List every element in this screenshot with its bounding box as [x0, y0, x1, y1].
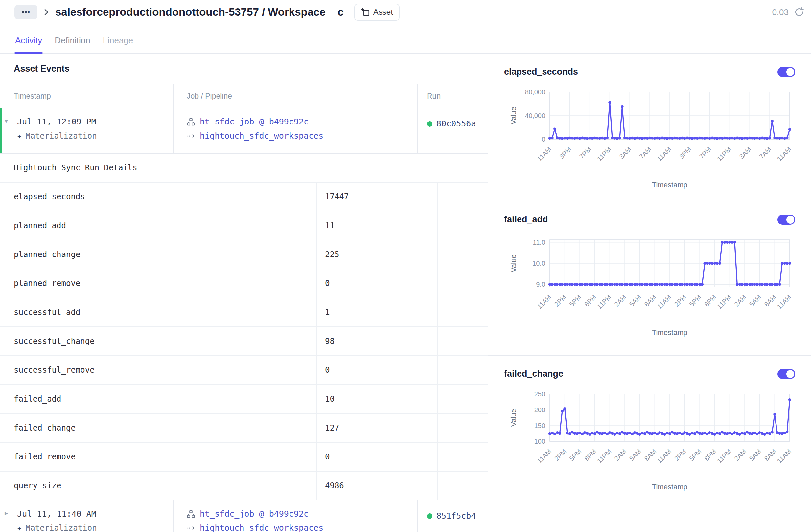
detail-row: elapsed_seconds17447: [0, 183, 488, 212]
detail-empty-cell: [437, 443, 488, 471]
run-link[interactable]: 851f5cb4: [437, 511, 476, 521]
detail-value: 0: [317, 269, 437, 298]
detail-row: failed_add10: [0, 385, 488, 414]
svg-text:3AM: 3AM: [618, 145, 633, 160]
svg-text:Value: Value: [509, 107, 518, 125]
svg-text:5AM: 5AM: [748, 448, 763, 463]
refresh-timer: 0:03: [772, 7, 789, 17]
detail-empty-cell: [437, 298, 488, 326]
svg-text:250: 250: [534, 390, 545, 398]
job-link[interactable]: ht_sfdc_job @ b499c92c: [200, 509, 309, 519]
detail-key: planned_remove: [0, 269, 317, 298]
tab-activity[interactable]: Activity: [14, 35, 43, 53]
svg-text:2PM: 2PM: [553, 293, 568, 308]
svg-text:8PM: 8PM: [583, 293, 598, 308]
detail-row: successful_remove0: [0, 356, 488, 385]
svg-text:Timestamp: Timestamp: [652, 181, 687, 189]
refresh-icon[interactable]: [794, 7, 805, 17]
detail-empty-cell: [437, 472, 488, 500]
chart-toggle[interactable]: [778, 369, 795, 379]
run-link[interactable]: 80c0556a: [437, 119, 476, 129]
svg-text:3AM: 3AM: [738, 145, 753, 160]
svg-text:11.0: 11.0: [533, 239, 545, 246]
svg-text:11AM: 11AM: [656, 145, 672, 162]
svg-text:3PM: 3PM: [558, 145, 573, 160]
toggle-knob: [786, 370, 794, 378]
materialization-icon: ✦: [17, 524, 22, 532]
svg-text:100: 100: [534, 438, 545, 445]
detail-key: query_size: [0, 472, 317, 500]
svg-text:Timestamp: Timestamp: [652, 483, 687, 491]
svg-text:150: 150: [534, 422, 545, 429]
detail-value: 98: [317, 327, 437, 355]
detail-empty-cell: [437, 385, 488, 413]
svg-text:8AM: 8AM: [643, 448, 658, 463]
sync-run-details-title: Hightouch Sync Run Details: [0, 154, 488, 183]
detail-value: 0: [317, 443, 437, 471]
failed-add-chart: 9.010.011.011AM2PM5PM8PM11PM2AM5AM8AM11A…: [504, 233, 795, 341]
svg-text:8AM: 8AM: [763, 293, 778, 308]
svg-text:5PM: 5PM: [688, 448, 703, 463]
svg-text:Value: Value: [509, 254, 518, 272]
detail-empty-cell: [437, 269, 488, 298]
detail-row: successful_change98: [0, 327, 488, 356]
event-type-label: Materialization: [26, 523, 97, 532]
svg-text:7AM: 7AM: [638, 145, 653, 160]
detail-key: failed_add: [0, 385, 317, 413]
detail-value: 225: [317, 240, 437, 269]
pipeline-icon: [187, 132, 195, 140]
tab-definition[interactable]: Definition: [54, 35, 91, 53]
asset-events-panel: Asset Events Timestamp Job / Pipeline Ru…: [0, 53, 488, 525]
run-status-dot: [427, 513, 432, 519]
job-link[interactable]: ht_sfdc_job @ b499c92c: [200, 117, 309, 127]
svg-text:2AM: 2AM: [613, 448, 628, 463]
asset-type-badge[interactable]: Asset: [354, 4, 400, 21]
detail-key: planned_add: [0, 212, 317, 240]
svg-text:8PM: 8PM: [583, 448, 598, 463]
chart-toggle[interactable]: [778, 67, 795, 77]
chart-card-elapsed-seconds: elapsed_seconds 040,00080,00011AM3PM7PM1…: [488, 53, 811, 201]
toggle-knob: [786, 68, 794, 76]
detail-row: planned_change225: [0, 240, 488, 269]
svg-text:200: 200: [534, 406, 545, 413]
tab-lineage[interactable]: Lineage: [102, 35, 134, 53]
asset-badge-label: Asset: [373, 7, 393, 17]
detail-row: failed_change127: [0, 414, 488, 443]
detail-row: successful_add1: [0, 298, 488, 327]
detail-key: failed_change: [0, 414, 317, 442]
svg-text:8AM: 8AM: [643, 293, 658, 308]
svg-text:7AM: 7AM: [758, 145, 772, 160]
svg-text:11AM: 11AM: [536, 293, 552, 310]
svg-text:10.0: 10.0: [532, 260, 545, 267]
chart-toggle[interactable]: [778, 215, 795, 225]
chart-card-failed-add: failed_add 9.010.011.011AM2PM5PM8PM11PM2…: [488, 201, 811, 356]
svg-text:5PM: 5PM: [568, 448, 583, 463]
svg-text:40,000: 40,000: [525, 112, 545, 119]
svg-text:11PM: 11PM: [596, 448, 613, 464]
overflow-menu-button[interactable]: •••: [14, 5, 37, 19]
run-status-dot: [427, 121, 432, 127]
svg-text:11PM: 11PM: [596, 293, 613, 310]
svg-text:8AM: 8AM: [763, 448, 778, 463]
svg-text:2PM: 2PM: [673, 293, 688, 308]
detail-empty-cell: [437, 414, 488, 442]
detail-key: elapsed_seconds: [0, 183, 317, 211]
event-row: ▾ Jul 11, 12:09 PM ✦ Materialization ht_…: [0, 108, 488, 154]
detail-empty-cell: [437, 183, 488, 211]
svg-text:11AM: 11AM: [536, 145, 552, 162]
detail-empty-cell: [437, 240, 488, 269]
detail-row: planned_remove0: [0, 269, 488, 298]
svg-text:0: 0: [541, 136, 545, 143]
svg-text:11PM: 11PM: [716, 145, 733, 162]
svg-text:2AM: 2AM: [613, 293, 628, 308]
materialization-icon: ✦: [17, 132, 22, 140]
detail-empty-cell: [437, 327, 488, 355]
svg-text:80,000: 80,000: [525, 88, 545, 96]
chart-title: failed_add: [504, 215, 548, 225]
pipeline-link[interactable]: hightouch_sfdc_workspaces: [200, 523, 323, 532]
collapse-triangle-icon[interactable]: ▾: [5, 118, 8, 124]
asset-events-title: Asset Events: [0, 53, 488, 84]
page-title: salesforceproductiondonottouch-53757 / W…: [55, 6, 344, 18]
pipeline-link[interactable]: hightouch_sfdc_workspaces: [200, 131, 323, 141]
expand-triangle-icon[interactable]: ▸: [5, 510, 8, 516]
